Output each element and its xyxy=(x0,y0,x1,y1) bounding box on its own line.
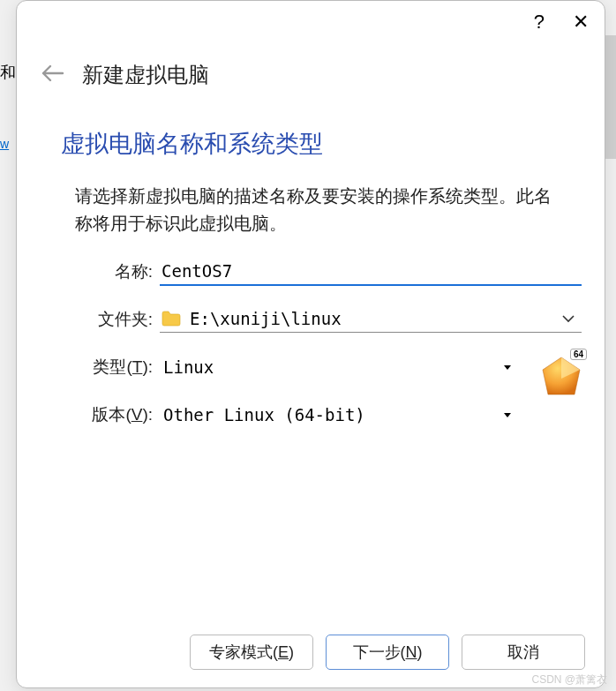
section-description: 请选择新虚拟电脑的描述名称及要安装的操作系统类型。此名称将用于标识此虚拟电脑。 xyxy=(17,169,605,257)
folder-icon xyxy=(162,311,181,327)
chevron-down-icon[interactable] xyxy=(562,312,575,326)
os-bit-badge: 64 xyxy=(570,349,587,360)
type-value: Linux xyxy=(163,357,495,377)
folder-row: 文件夹: E:\xuniji\linux xyxy=(33,304,589,334)
new-vm-dialog: ? ✕ 新建虚拟电脑 虚拟电脑名称和系统类型 请选择新虚拟电脑的描述名称及要安装… xyxy=(16,0,605,688)
version-select[interactable]: Other Linux (64-bit) xyxy=(160,403,518,426)
titlebar: ? ✕ xyxy=(17,1,605,43)
form-area: 名称: 文件夹: E:\xuniji\linux 类型(T): Linux xyxy=(17,257,605,447)
expert-mode-button[interactable]: 专家模式(E) xyxy=(190,635,313,670)
dialog-header: 新建虚拟电脑 xyxy=(17,43,605,98)
background-text-fragment: 和 xyxy=(0,62,16,83)
version-value: Other Linux (64-bit) xyxy=(163,405,495,424)
button-row: 专家模式(E) 下一步(N) 取消 xyxy=(17,622,605,687)
version-row: 版本(V): Other Linux (64-bit) xyxy=(33,400,589,430)
cancel-button[interactable]: 取消 xyxy=(462,635,585,670)
back-arrow-icon[interactable] xyxy=(41,64,64,86)
folder-label: 文件夹: xyxy=(33,308,160,331)
dropdown-arrow-icon[interactable] xyxy=(504,365,511,370)
help-icon[interactable]: ? xyxy=(534,11,545,34)
type-label: 类型(T): xyxy=(33,356,160,379)
section-title: 虚拟电脑名称和系统类型 xyxy=(17,98,605,169)
background-link-fragment: w xyxy=(0,137,9,151)
dialog-title: 新建虚拟电脑 xyxy=(82,61,209,89)
folder-path: E:\xuniji\linux xyxy=(190,309,553,328)
close-icon[interactable]: ✕ xyxy=(573,11,589,34)
folder-select[interactable]: E:\xuniji\linux xyxy=(160,307,582,333)
background-border xyxy=(605,35,616,159)
type-row: 类型(T): Linux xyxy=(33,352,589,382)
name-input[interactable] xyxy=(160,258,582,286)
type-select[interactable]: Linux xyxy=(160,356,518,379)
name-row: 名称: xyxy=(33,257,589,287)
dropdown-arrow-icon[interactable] xyxy=(504,413,511,417)
next-button[interactable]: 下一步(N) xyxy=(326,635,449,670)
name-label: 名称: xyxy=(33,260,160,283)
os-icon: 64 xyxy=(536,352,587,403)
watermark: CSDN @萧篱衣 xyxy=(531,672,607,687)
version-label: 版本(V): xyxy=(33,403,160,426)
